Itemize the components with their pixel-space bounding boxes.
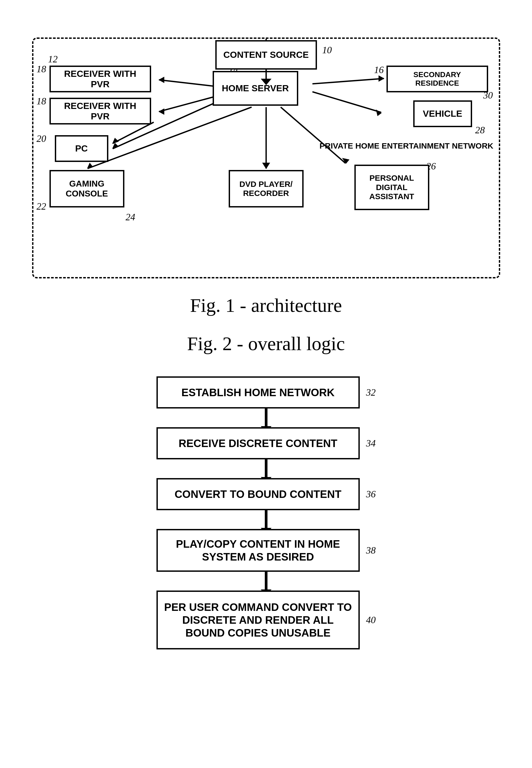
svg-line-14	[312, 78, 384, 84]
label-24: 24	[126, 212, 135, 223]
label-18a: 18	[37, 63, 46, 75]
receiver2-box: RECEIVER WITH PVR	[49, 98, 151, 124]
svg-line-16	[312, 92, 381, 112]
label-20: 20	[37, 133, 46, 144]
phen-label: PRIVATE HOME ENTERTAINMENT NETWORK	[320, 140, 493, 151]
svg-marker-17	[376, 109, 382, 116]
flow-num-3: 38	[366, 545, 376, 556]
svg-marker-5	[158, 108, 164, 115]
flow-arrow-3	[265, 572, 267, 591]
secondary-residence-box: SECONDARY RESIDENCE	[386, 66, 488, 92]
flow-box-4: PER USER COMMAND CONVERT TO DISCRETE AND…	[156, 591, 360, 650]
flow-num-2: 36	[366, 488, 376, 500]
flow-step-1: RECEIVE DISCRETE CONTENT 34	[156, 427, 376, 459]
receiver1-box: RECEIVER WITH PVR	[49, 66, 151, 92]
flow-step-3: PLAY/COPY CONTENT IN HOME SYSTEM AS DESI…	[156, 529, 376, 572]
svg-marker-19	[112, 138, 119, 144]
dvd-player-box: DVD PLAYER/ RECORDER	[229, 170, 304, 208]
svg-marker-3	[158, 76, 164, 83]
label-10: 10	[322, 44, 332, 56]
pda-box: PERSONAL DIGITAL ASSISTANT	[354, 164, 429, 210]
flow-box-0: ESTABLISH HOME NETWORK	[156, 376, 360, 408]
fig2-caption: Fig. 2 - overall logic	[21, 333, 511, 355]
svg-line-12	[281, 107, 345, 163]
label-22: 22	[37, 201, 46, 212]
flow-num-1: 34	[366, 438, 376, 449]
svg-marker-15	[378, 75, 384, 82]
home-server-box: HOME SERVER	[213, 71, 298, 106]
private-network-boundary: 14 16 18 18 20 22 24 26 28 30 RECEIVER W…	[32, 37, 500, 278]
flow-box-2: CONVERT TO BOUND CONTENT	[156, 478, 360, 510]
content-source-box: CONTENT SOURCE	[215, 40, 317, 70]
flow-arrow-2	[265, 510, 267, 529]
svg-marker-11	[262, 163, 270, 169]
flow-arrow-0	[265, 408, 267, 427]
vehicle-box: VEHICLE	[413, 100, 472, 127]
fig1-caption: Fig. 1 - architecture	[21, 295, 511, 317]
flow-box-1: RECEIVE DISCRETE CONTENT	[156, 427, 360, 459]
svg-marker-9	[87, 163, 93, 168]
flow-step-2: CONVERT TO BOUND CONTENT 36	[156, 478, 376, 510]
flow-num-0: 32	[366, 387, 376, 398]
pc-box: PC	[55, 135, 108, 162]
svg-line-18	[113, 122, 154, 143]
fig1-diagram: 12	[32, 37, 500, 278]
svg-marker-13	[342, 158, 349, 164]
svg-marker-7	[112, 143, 119, 149]
flow-arrow-1	[265, 459, 267, 478]
label-18b: 18	[37, 95, 46, 107]
label-28: 28	[475, 124, 485, 136]
gaming-console-box: GAMING CONSOLE	[49, 170, 124, 208]
flow-box-3: PLAY/COPY CONTENT IN HOME SYSTEM AS DESI…	[156, 529, 360, 572]
flow-step-4: PER USER COMMAND CONVERT TO DISCRETE AND…	[156, 591, 376, 650]
flow-step-0: ESTABLISH HOME NETWORK 32	[156, 376, 376, 408]
fig2-diagram: ESTABLISH HOME NETWORK 32 RECEIVE DISCRE…	[32, 376, 500, 650]
label-16: 16	[374, 64, 384, 75]
flow-num-4: 40	[366, 614, 376, 626]
